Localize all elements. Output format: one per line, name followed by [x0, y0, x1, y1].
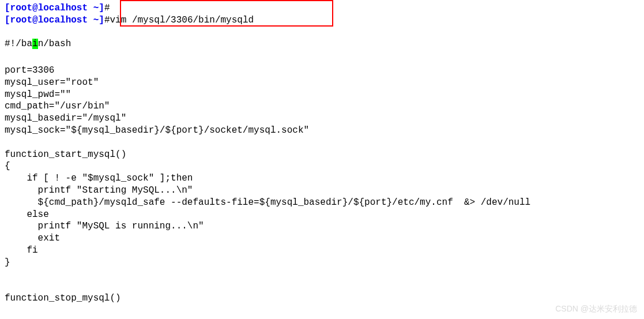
- script-content[interactable]: port=3306 mysql_user="root" mysql_pwd=""…: [5, 65, 639, 305]
- script-line: exit: [5, 232, 639, 245]
- prompt-line-1[interactable]: [root@localhost ~]#vim /mysql/3306/bin/m…: [5, 14, 639, 27]
- shebang-line[interactable]: #!/bain/bash: [5, 38, 639, 50]
- script-line: mysql_basedir="/mysql": [5, 112, 639, 125]
- blank-line: [5, 269, 639, 281]
- script-line: {: [5, 160, 639, 172]
- blank-line: [5, 137, 639, 149]
- script-line: mysql_pwd="": [5, 89, 639, 101]
- script-line: function_stop_mysql(): [5, 292, 639, 305]
- command-text: vim /mysql/3306/bin/mysqld: [110, 15, 254, 25]
- cursor-position: i: [32, 39, 38, 49]
- script-line: mysql_user="root": [5, 77, 639, 89]
- script-line: function_start_mysql(): [5, 149, 639, 161]
- script-line: port=3306: [5, 65, 639, 77]
- prompt-prefix: [root@localhost ~]: [5, 15, 104, 25]
- blank-line: [5, 50, 639, 62]
- script-line: cmd_path="/usr/bin": [5, 100, 639, 112]
- script-line: mysql_sock="${mysql_basedir}/${port}/soc…: [5, 125, 639, 137]
- script-line: ${cmd_path}/mysqld_safe --defaults-file=…: [5, 197, 639, 209]
- script-line: }: [5, 257, 639, 269]
- script-line: if [ ! -e "$mysql_sock" ];then: [5, 172, 639, 185]
- script-line: printf "Starting MySQL...\n": [5, 185, 639, 197]
- prompt-prefix: [root@localhost ~]: [5, 3, 104, 13]
- blank-line: [5, 280, 639, 292]
- blank-line: [5, 27, 639, 39]
- script-line: printf "MySQL is running...\n": [5, 220, 639, 232]
- script-line: fi: [5, 245, 639, 257]
- watermark-text: CSDN @达米安利拉德: [555, 304, 637, 314]
- script-line: else: [5, 209, 639, 221]
- prompt-line-0: [root@localhost ~]#: [5, 2, 639, 14]
